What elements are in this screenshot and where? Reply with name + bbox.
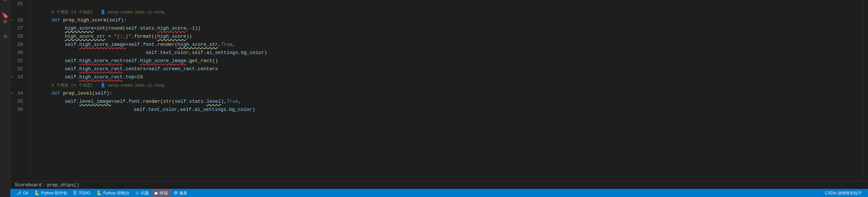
dot-31c: . xyxy=(186,57,189,65)
self-35b: self xyxy=(114,98,126,106)
attr-cx2: centerx xyxy=(198,65,218,73)
right-scrollbar[interactable] xyxy=(864,0,868,181)
bool-true-29: True xyxy=(221,41,232,49)
eq-29: = xyxy=(126,41,129,49)
code-line-36: self . text_color , self . ai_settings .… xyxy=(38,106,864,114)
attr-hsr: high_score_rect xyxy=(79,57,123,65)
eq-33: = xyxy=(134,73,137,81)
punc-35b: ( xyxy=(172,98,175,106)
status-csdn[interactable]: CSDN @绝世剑仙宁 xyxy=(822,189,865,197)
dot-36c: . xyxy=(226,106,229,114)
breadcrumb-scoreboard[interactable]: Scoreboard xyxy=(15,183,41,188)
status-services-label: 服务 xyxy=(179,190,187,196)
sidebar-icon-grid[interactable]: ⊞ xyxy=(2,34,8,39)
terminal-icon: ▶ xyxy=(155,190,158,196)
self-35c: self xyxy=(175,98,186,106)
sidebar-icon-bar[interactable]: 栏 xyxy=(1,4,9,5)
punc-28a: (( xyxy=(152,33,157,41)
punc-35c: ) xyxy=(221,98,224,106)
status-python-pkg-label: Python 软件包 xyxy=(41,190,67,196)
attr-level: level xyxy=(206,98,221,106)
git-icon: ⎇ xyxy=(16,190,21,196)
self-27: self xyxy=(126,24,137,33)
self-29b: self xyxy=(129,41,140,49)
code-line-32: self . high_score_rect . centerx = self … xyxy=(38,65,864,73)
fn-prep-high-score: prep_high_score xyxy=(63,16,106,24)
dot-29c: . xyxy=(154,41,157,49)
code-line-35: self . level_image = self . font . rende… xyxy=(38,98,864,106)
meta-usage-1: 5 个用法 (4 个动态) xyxy=(51,8,100,16)
punc-26b: ): xyxy=(121,16,127,24)
fn-int: int xyxy=(97,24,105,33)
num-20: 20 xyxy=(137,73,143,81)
eq-35: = xyxy=(111,98,114,106)
dot-27b: . xyxy=(154,24,157,33)
status-python-console[interactable]: 🐍 Python 控制台 xyxy=(93,189,132,197)
fold-icon-34[interactable]: ⊟ xyxy=(11,89,13,98)
method-render-35: render xyxy=(143,98,160,106)
punc-31: () xyxy=(212,57,218,65)
method-format: format xyxy=(134,33,152,41)
status-terminal[interactable]: ▶ 终端 xyxy=(152,189,171,197)
attr-tc-36: text_color xyxy=(148,106,177,114)
attr-bg: bg_color xyxy=(241,49,264,57)
editor-container: 25 · ⊟ 26 27 28 29 30 31 32 ⊟ 33 xyxy=(10,0,868,197)
code-lines[interactable]: 5 个用法 (4 个动态) 👤 wing-snake-lake-ji-ning … xyxy=(31,0,864,181)
code-meta-line-2: 5 个用法 (4 个动态) 👤 wing-snake-lake-ji-ning xyxy=(38,81,864,89)
line-num-27: 27 xyxy=(10,24,26,33)
code-area: 25 · ⊟ 26 27 28 29 30 31 32 ⊟ 33 xyxy=(10,0,868,181)
punc-27a: ( xyxy=(105,24,108,33)
code-line-27: high_score = int ( round ( self . stats … xyxy=(38,24,864,33)
self-36b: self xyxy=(180,106,192,114)
fold-icon-33[interactable]: ⊟ xyxy=(11,73,13,81)
dot-30c: . xyxy=(238,49,241,57)
attr-cx: centerx xyxy=(126,65,146,73)
param-self-34: self xyxy=(95,89,106,98)
dot-28: . xyxy=(131,33,134,41)
status-todo[interactable]: ☰ TODO xyxy=(70,189,93,197)
status-problems[interactable]: ⚠ 问题 xyxy=(132,189,152,197)
op-27: = xyxy=(94,24,97,33)
status-bar: ⎇ Git 🐍 Python 软件包 ☰ TODO 🐍 Python 控制台 ⚠… xyxy=(10,189,868,197)
code-line-29: self . high_score_image = self . font . … xyxy=(38,41,864,49)
punc-34a: ( xyxy=(92,89,95,98)
attr-bg-36: bg_color xyxy=(229,106,252,114)
attr-hsi: high_score_image xyxy=(79,41,126,49)
dot-36a: . xyxy=(145,106,148,114)
var-hs-28: high_score xyxy=(157,33,186,41)
line-num-31: 31 xyxy=(10,57,26,65)
status-services[interactable]: ⚙ 服务 xyxy=(171,189,190,197)
breadcrumb-prep-ships[interactable]: prep_ships() xyxy=(47,183,79,188)
meta-usage-2: 5 个用法 (4 个动态) xyxy=(51,81,100,89)
dot-36b: . xyxy=(192,106,194,114)
attr-font-35: font xyxy=(129,98,140,106)
self-32b: self xyxy=(149,65,160,73)
attr-stats-35: stats xyxy=(189,98,204,106)
dot-29: . xyxy=(76,41,79,49)
line-num-28: 28 xyxy=(10,33,26,41)
python-console-icon: 🐍 xyxy=(96,190,102,196)
dot-30b: . xyxy=(203,49,206,57)
attr-li: level_image xyxy=(79,98,111,106)
status-git[interactable]: ⎇ Git xyxy=(13,189,31,197)
line-numbers: 25 · ⊟ 26 27 28 29 30 31 32 ⊟ 33 xyxy=(10,0,31,181)
var-high-score-str: high_score_str xyxy=(65,33,105,41)
status-python-pkg[interactable]: 🐍 Python 软件包 xyxy=(31,189,70,197)
sidebar-icon-structure[interactable]: 构 xyxy=(1,26,9,27)
line-num-30: 30 xyxy=(10,49,26,57)
self-35: self xyxy=(65,98,76,106)
services-icon: ⚙ xyxy=(174,190,178,196)
status-problems-label: 问题 xyxy=(141,190,149,196)
dot-29b: . xyxy=(140,41,143,49)
code-line-34: def prep_level ( self ): xyxy=(38,89,864,98)
punc-36: ) xyxy=(252,106,255,114)
op-28: = xyxy=(105,33,114,41)
punc-29b: , xyxy=(233,41,236,49)
dot-31b: . xyxy=(137,57,140,65)
dot-33b: . xyxy=(123,73,126,81)
line-num-meta2: · xyxy=(10,81,26,89)
sidebar-icon-bookmark[interactable]: 🔖 xyxy=(1,12,9,19)
dot-35b: . xyxy=(126,98,129,106)
line-num-35: 35 xyxy=(10,98,26,106)
fold-icon-26[interactable]: ⊟ xyxy=(11,16,13,24)
